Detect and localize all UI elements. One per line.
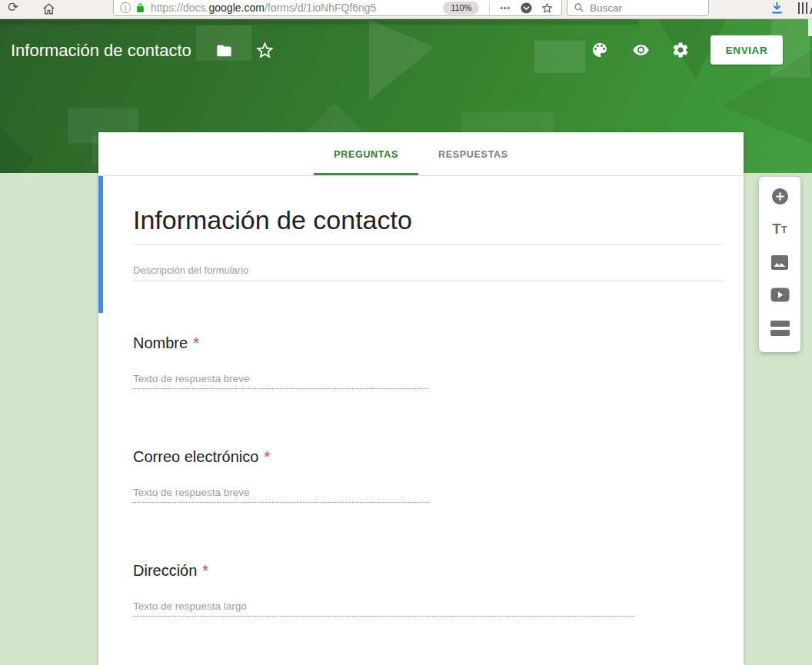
library-icon[interactable] (798, 2, 812, 15)
preview-eye-icon[interactable] (631, 42, 651, 58)
google-forms-editor: ⟳ ⓘ https://docs.google.com/forms/d/1ioN… (0, 0, 812, 665)
home-icon[interactable] (42, 2, 56, 19)
add-title-icon[interactable]: TT (772, 221, 787, 238)
theme-palette-icon[interactable] (591, 41, 609, 59)
ssl-lock-icon[interactable] (135, 2, 145, 14)
add-section-icon[interactable] (770, 319, 790, 337)
form-title-input[interactable]: Información de contacto (133, 204, 724, 236)
settings-gear-icon[interactable] (671, 41, 690, 59)
search-bar[interactable]: Buscar (567, 0, 709, 16)
form-title-card[interactable]: Información de contacto Descripción del … (98, 176, 744, 313)
download-icon[interactable] (770, 1, 784, 18)
bookmark-star-icon[interactable] (541, 2, 554, 15)
short-answer-field[interactable]: Texto de respuesta breve (133, 373, 428, 389)
title-divider (133, 244, 724, 245)
page-actions-icon[interactable]: ••• (500, 4, 511, 12)
tab-questions[interactable]: PREGUNTAS (314, 132, 418, 175)
question-card-direccion[interactable]: Dirección* Texto de respuesta largo (98, 540, 744, 654)
short-answer-field[interactable]: Texto de respuesta breve (133, 487, 428, 503)
url-bar[interactable]: ⓘ https://docs.google.com/forms/d/1ioNhF… (113, 0, 562, 16)
add-question-icon[interactable] (770, 187, 790, 205)
url-text[interactable]: https://docs.google.com/forms/d/1ioNhFQf… (151, 2, 438, 14)
question-card-nombre[interactable]: Nombre* Texto de respuesta breve (98, 313, 744, 427)
move-to-folder-icon[interactable] (215, 42, 234, 59)
form-description-input[interactable]: Descripción del formulario (133, 264, 724, 281)
toolbar-separator (489, 2, 490, 14)
add-image-icon[interactable] (770, 254, 789, 271)
form-title-header[interactable]: Información de contacto (11, 40, 191, 61)
zoom-level-badge[interactable]: 110% (443, 2, 479, 15)
question-label[interactable]: Nombre* (133, 334, 724, 352)
search-icon (574, 2, 584, 13)
pocket-icon[interactable] (520, 2, 533, 15)
tabs-row: PREGUNTAS RESPUESTAS (98, 132, 744, 176)
required-asterisk: * (193, 334, 199, 351)
long-answer-field[interactable]: Texto de respuesta largo (133, 600, 634, 617)
send-button[interactable]: ENVIAR (710, 35, 783, 65)
question-label[interactable]: Correo electrónico* (133, 447, 724, 466)
question-card-correo[interactable]: Correo electrónico* Texto de respuesta b… (98, 427, 744, 540)
browser-toolbar: ⟳ ⓘ https://docs.google.com/forms/d/1ioN… (0, 0, 812, 19)
add-video-icon[interactable] (770, 287, 790, 304)
floating-add-toolbar: TT (759, 177, 800, 352)
required-asterisk: * (264, 448, 270, 465)
site-info-icon[interactable]: ⓘ (120, 2, 131, 13)
search-placeholder: Buscar (590, 2, 622, 14)
star-form-icon[interactable] (255, 40, 275, 61)
form-sheet: PREGUNTAS RESPUESTAS Información de cont… (98, 132, 744, 665)
reload-icon[interactable]: ⟳ (8, 0, 18, 15)
tab-responses[interactable]: RESPUESTAS (418, 132, 528, 175)
required-asterisk: * (202, 562, 208, 579)
question-label[interactable]: Dirección* (133, 561, 724, 580)
